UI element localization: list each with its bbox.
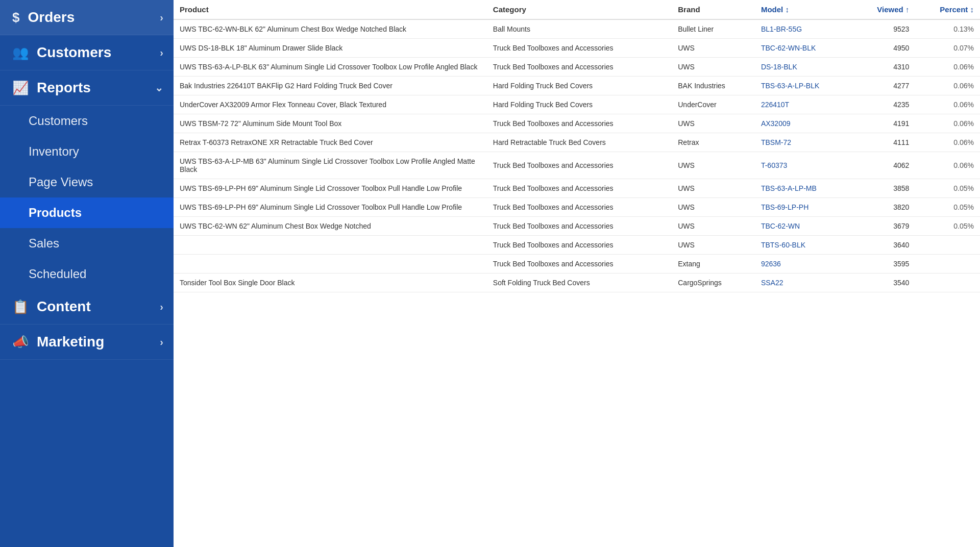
cell-percent: 0.07%: [915, 39, 980, 58]
sidebar-sub-item-scheduled-label: Scheduled: [29, 267, 86, 281]
chevron-right-icon: ›: [160, 336, 163, 348]
cell-model: DS-18-BLK: [755, 58, 853, 77]
cell-model: TBTS-60-BLK: [755, 236, 853, 255]
sidebar-item-orders[interactable]: $ Orders ›: [0, 0, 174, 35]
sidebar: $ Orders › 👥 Customers › 📈 Reports ⌄ Cus…: [0, 0, 174, 547]
cell-percent: 0.06%: [915, 77, 980, 95]
cell-percent: 0.05%: [915, 198, 980, 217]
cell-model: BL1-BR-55G: [755, 19, 853, 39]
products-table: Product Category Brand Model ↕ Viewed ↑ …: [174, 0, 980, 292]
sidebar-item-content-label: Content: [37, 299, 91, 315]
sidebar-sub-item-customers-label: Customers: [29, 114, 88, 128]
sidebar-item-reports-label: Reports: [37, 80, 91, 96]
cell-viewed: 4235: [853, 95, 915, 114]
cell-category: Truck Bed Toolboxes and Accessories: [487, 39, 672, 58]
sidebar-item-reports[interactable]: 📈 Reports ⌄: [0, 70, 174, 106]
cell-product: UWS DS-18-BLK 18" Aluminum Drawer Slide …: [174, 39, 487, 58]
table-row: UWS TBS-69-LP-PH 69" Aluminum Single Lid…: [174, 198, 980, 217]
cell-percent: 0.05%: [915, 217, 980, 236]
cell-product: UWS TBC-62-WN-BLK 62" Aluminum Chest Box…: [174, 19, 487, 39]
table-row: UWS TBC-62-WN 62" Aluminum Chest Box Wed…: [174, 217, 980, 236]
cell-category: Ball Mounts: [487, 19, 672, 39]
cell-viewed: 4111: [853, 133, 915, 152]
cell-brand: UWS: [672, 198, 755, 217]
cell-percent: 0.06%: [915, 133, 980, 152]
cell-percent: 0.05%: [915, 179, 980, 198]
cell-percent: 0.06%: [915, 58, 980, 77]
cell-brand: UWS: [672, 179, 755, 198]
col-header-product: Product: [174, 0, 487, 19]
main-content: Product Category Brand Model ↕ Viewed ↑ …: [174, 0, 980, 547]
cell-model: TBS-69-LP-PH: [755, 198, 853, 217]
cell-percent: 0.06%: [915, 114, 980, 133]
cell-brand: BAK Industries: [672, 77, 755, 95]
chevron-right-icon: ›: [160, 12, 163, 23]
sidebar-item-marketing[interactable]: 📣 Marketing ›: [0, 325, 174, 360]
cell-brand: Bullet Liner: [672, 19, 755, 39]
sidebar-sub-item-customers[interactable]: Customers: [0, 106, 174, 136]
col-header-percent[interactable]: Percent ↕: [915, 0, 980, 19]
content-icon: 📋: [12, 299, 29, 315]
cell-brand: Retrax: [672, 133, 755, 152]
col-header-model[interactable]: Model ↕: [755, 0, 853, 19]
cell-model: TBS-63-A-LP-BLK: [755, 77, 853, 95]
cell-category: Truck Bed Toolboxes and Accessories: [487, 114, 672, 133]
table-row: Truck Bed Toolboxes and Accessories UWS …: [174, 236, 980, 255]
cell-product: [174, 255, 487, 274]
table-row: Bak Industries 226410T BAKFlip G2 Hard F…: [174, 77, 980, 95]
cell-product: Bak Industries 226410T BAKFlip G2 Hard F…: [174, 77, 487, 95]
sidebar-item-content[interactable]: 📋 Content ›: [0, 289, 174, 325]
cell-percent: [915, 274, 980, 292]
cell-viewed: 4310: [853, 58, 915, 77]
cell-viewed: 4191: [853, 114, 915, 133]
sidebar-sub-item-products-label: Products: [29, 206, 82, 220]
cell-product: UWS TBC-62-WN 62" Aluminum Chest Box Wed…: [174, 217, 487, 236]
cell-category: Hard Folding Truck Bed Covers: [487, 95, 672, 114]
cell-brand: UWS: [672, 217, 755, 236]
cell-model: TBC-62-WN-BLK: [755, 39, 853, 58]
cell-percent: 0.06%: [915, 152, 980, 179]
sidebar-item-customers-label: Customers: [37, 44, 111, 61]
cell-product: UWS TBS-63-A-LP-BLK 63" Aluminum Single …: [174, 58, 487, 77]
cell-brand: CargoSprings: [672, 274, 755, 292]
sidebar-sub-item-inventory-label: Inventory: [29, 144, 79, 159]
cell-model: T-60373: [755, 152, 853, 179]
cell-category: Truck Bed Toolboxes and Accessories: [487, 179, 672, 198]
cell-viewed: 3858: [853, 179, 915, 198]
cell-model: 226410T: [755, 95, 853, 114]
table-row: UWS TBS-63-A-LP-BLK 63" Aluminum Single …: [174, 58, 980, 77]
cell-viewed: 4062: [853, 152, 915, 179]
cell-model: TBC-62-WN: [755, 217, 853, 236]
cell-viewed: 4950: [853, 39, 915, 58]
sidebar-item-orders-label: Orders: [28, 9, 75, 26]
cell-category: Truck Bed Toolboxes and Accessories: [487, 236, 672, 255]
sidebar-item-customers[interactable]: 👥 Customers ›: [0, 35, 174, 70]
table-row: UWS TBC-62-WN-BLK 62" Aluminum Chest Box…: [174, 19, 980, 39]
sidebar-sub-item-inventory[interactable]: Inventory: [0, 136, 174, 167]
cell-brand: UWS: [672, 58, 755, 77]
sidebar-sub-item-sales[interactable]: Sales: [0, 228, 174, 259]
cell-percent: 0.06%: [915, 95, 980, 114]
col-header-viewed[interactable]: Viewed ↑: [853, 0, 915, 19]
cell-category: Truck Bed Toolboxes and Accessories: [487, 198, 672, 217]
cell-product: UnderCover AX32009 Armor Flex Tonneau Co…: [174, 95, 487, 114]
sidebar-sub-item-page-views-label: Page Views: [29, 175, 93, 189]
cell-category: Hard Folding Truck Bed Covers: [487, 77, 672, 95]
reports-icon: 📈: [12, 80, 29, 96]
cell-viewed: 4277: [853, 77, 915, 95]
cell-model: 92636: [755, 255, 853, 274]
sidebar-sub-item-scheduled[interactable]: Scheduled: [0, 259, 174, 289]
cell-viewed: 3640: [853, 236, 915, 255]
cell-category: Soft Folding Truck Bed Covers: [487, 274, 672, 292]
cell-product: Retrax T-60373 RetraxONE XR Retractable …: [174, 133, 487, 152]
cell-category: Truck Bed Toolboxes and Accessories: [487, 255, 672, 274]
cell-category: Truck Bed Toolboxes and Accessories: [487, 58, 672, 77]
cell-product: [174, 236, 487, 255]
table-row: Truck Bed Toolboxes and Accessories Exta…: [174, 255, 980, 274]
cell-model: TBS-63-A-LP-MB: [755, 179, 853, 198]
sidebar-sub-item-products[interactable]: Products: [0, 197, 174, 228]
sidebar-sub-item-page-views[interactable]: Page Views: [0, 167, 174, 197]
chevron-right-icon: ›: [160, 301, 163, 313]
table-row: UWS DS-18-BLK 18" Aluminum Drawer Slide …: [174, 39, 980, 58]
cell-brand: Extang: [672, 255, 755, 274]
